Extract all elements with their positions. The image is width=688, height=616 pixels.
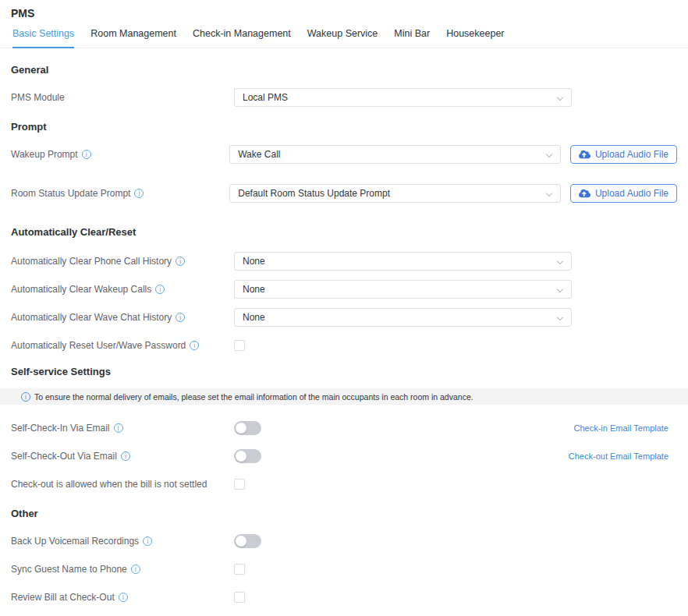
clear-wakeup-calls-row: Automatically Clear Wakeup Calls None	[11, 280, 677, 299]
room-status-prompt-select[interactable]: Default Room Status Update Prompt	[229, 184, 561, 203]
checkout-bill-not-settled-checkbox[interactable]	[234, 479, 245, 490]
section-title-self-service: Self-service Settings	[11, 366, 677, 377]
backup-voicemail-toggle[interactable]	[234, 534, 261, 548]
chevron-down-icon	[546, 190, 552, 196]
review-bill-checkbox[interactable]	[234, 592, 245, 603]
tab-basic-settings[interactable]: Basic Settings	[12, 28, 74, 48]
wakeup-prompt-select[interactable]: Wake Call	[229, 145, 561, 164]
chevron-down-icon	[557, 258, 563, 264]
clear-phone-call-history-label: Automatically Clear Phone Call History	[11, 256, 234, 267]
sync-guest-name-checkbox[interactable]	[234, 564, 245, 575]
tab-mini-bar[interactable]: Mini Bar	[394, 28, 430, 48]
info-icon[interactable]	[131, 565, 140, 574]
clear-wave-chat-history-label: Automatically Clear Wave Chat History	[11, 312, 234, 324]
select-value: Local PMS	[243, 92, 288, 103]
toggle-knob	[236, 451, 246, 462]
self-check-out-row: Self-Check-Out Via Email Check-out Email…	[11, 447, 677, 466]
info-icon[interactable]	[134, 189, 144, 198]
section-title-prompt: Prompt	[11, 121, 677, 133]
select-value: None	[243, 284, 265, 295]
self-check-in-row: Self-Check-In Via Email Check-in Email T…	[11, 419, 677, 437]
upload-audio-file-button[interactable]: Upload Audio File	[570, 145, 677, 164]
reset-user-wave-password-checkbox[interactable]	[234, 340, 245, 351]
tab-wakeup-service[interactable]: Wakeup Service	[307, 28, 378, 48]
clear-wakeup-calls-label: Automatically Clear Wakeup Calls	[11, 284, 234, 296]
check-in-email-template-link[interactable]: Check-in Email Template	[574, 423, 668, 433]
section-title-auto-clear-reset: Automatically Clear/Reset	[11, 226, 677, 238]
select-value: None	[243, 312, 265, 323]
sync-guest-name-row: Sync Guest Name to Phone	[11, 560, 677, 579]
room-status-prompt-row: Room Status Update Prompt Default Room S…	[11, 184, 677, 203]
section-title-general: General	[11, 64, 677, 76]
pms-settings-page: PMS Basic Settings Room Management Check…	[0, 0, 688, 616]
clear-phone-call-history-row: Automatically Clear Phone Call History N…	[11, 252, 677, 271]
tab-check-in-management[interactable]: Check-in Management	[193, 28, 291, 48]
backup-voicemail-row: Back Up Voicemail Recordings	[11, 532, 677, 551]
backup-voicemail-label: Back Up Voicemail Recordings	[11, 536, 234, 547]
email-notice-text: To ensure the normal delivery of emails,…	[34, 392, 473, 402]
select-value: None	[243, 256, 265, 267]
wakeup-prompt-label: Wakeup Prompt	[11, 149, 229, 161]
info-icon[interactable]	[176, 257, 185, 266]
select-value: Wake Call	[238, 149, 280, 160]
self-check-out-toggle[interactable]	[234, 449, 261, 463]
self-check-out-label: Self-Check-Out Via Email	[11, 451, 234, 462]
chevron-down-icon	[557, 286, 563, 292]
check-out-email-template-link[interactable]: Check-out Email Template	[569, 451, 668, 461]
cloud-upload-icon	[579, 150, 590, 159]
pms-module-label: PMS Module	[11, 92, 234, 104]
clear-wave-chat-history-row: Automatically Clear Wave Chat History No…	[11, 308, 677, 327]
reset-user-wave-password-label: Automatically Reset User/Wave Password	[11, 340, 234, 352]
info-icon[interactable]	[82, 150, 91, 159]
reset-user-wave-password-row: Automatically Reset User/Wave Password	[11, 336, 677, 355]
info-icon[interactable]	[143, 536, 152, 546]
info-icon[interactable]	[155, 285, 165, 294]
review-bill-row: Review Bill at Check-Out	[11, 588, 677, 607]
review-bill-label: Review Bill at Check-Out	[11, 592, 234, 604]
chevron-down-icon	[557, 314, 563, 320]
toggle-knob	[236, 423, 246, 434]
page-header: PMS	[0, 0, 688, 19]
self-check-in-toggle[interactable]	[234, 421, 261, 435]
wakeup-prompt-row: Wakeup Prompt Wake Call Upload Audio Fil…	[11, 145, 677, 164]
clear-phone-call-history-select[interactable]: None	[234, 252, 572, 271]
section-title-other: Other	[11, 508, 677, 519]
info-icon[interactable]	[190, 341, 199, 350]
info-icon[interactable]	[176, 313, 185, 322]
toggle-knob	[236, 536, 246, 547]
clear-wave-chat-history-select[interactable]: None	[234, 308, 572, 327]
checkout-bill-not-settled-row: Check-out is allowed when the bill is no…	[11, 475, 677, 494]
page-title: PMS	[11, 7, 677, 19]
pms-module-row: PMS Module Local PMS	[11, 88, 677, 107]
sync-guest-name-label: Sync Guest Name to Phone	[11, 564, 234, 575]
info-icon	[21, 392, 30, 402]
checkout-bill-not-settled-label: Check-out is allowed when the bill is no…	[11, 479, 234, 490]
tab-bar: Basic Settings Room Management Check-in …	[0, 19, 688, 48]
info-icon[interactable]	[121, 451, 130, 461]
email-notice-banner: To ensure the normal delivery of emails,…	[0, 388, 688, 405]
info-icon[interactable]	[114, 423, 123, 433]
info-icon[interactable]	[119, 593, 128, 602]
tab-room-management[interactable]: Room Management	[90, 28, 176, 48]
cloud-upload-icon	[579, 189, 590, 198]
settings-content: General PMS Module Local PMS Prompt Wake…	[0, 64, 688, 607]
upload-audio-file-button[interactable]: Upload Audio File	[570, 184, 677, 203]
chevron-down-icon	[546, 151, 552, 158]
clear-wakeup-calls-select[interactable]: None	[234, 280, 572, 299]
tab-housekeeper[interactable]: Housekeeper	[446, 28, 504, 48]
chevron-down-icon	[557, 94, 563, 101]
pms-module-select[interactable]: Local PMS	[234, 88, 572, 107]
self-check-in-label: Self-Check-In Via Email	[11, 423, 234, 434]
select-value: Default Room Status Update Prompt	[238, 188, 390, 199]
room-status-prompt-label: Room Status Update Prompt	[11, 188, 229, 200]
